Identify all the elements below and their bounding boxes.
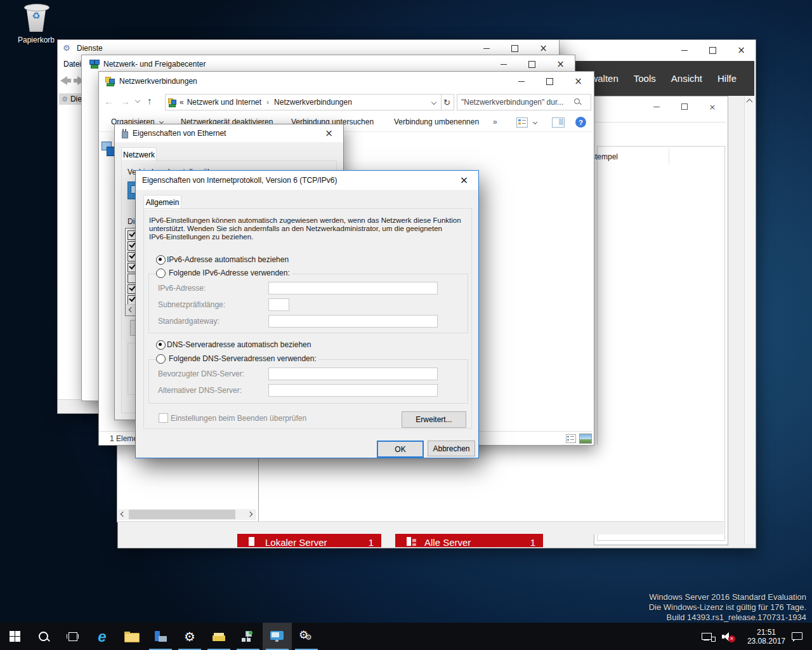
tile-alle-server[interactable]: Alle Server 1 bbox=[395, 534, 543, 547]
alternate-dns-label: Alternativer DNS-Server: bbox=[158, 386, 242, 395]
scrollbar-thumb[interactable] bbox=[129, 510, 235, 519]
validate-settings-label: Einstellungen beim Beenden überprüfen bbox=[171, 414, 306, 423]
views-icon[interactable] bbox=[516, 117, 528, 128]
radio-manual-ipv6-label[interactable]: Folgende IPv6-Adresse verwenden: bbox=[167, 269, 292, 277]
control-panel-button[interactable] bbox=[263, 623, 292, 650]
close-button[interactable]: × bbox=[315, 124, 343, 142]
radio-manual-dns-label[interactable]: Folgende DNS-Serveradressen verwenden: bbox=[167, 354, 318, 363]
gear-icon: ⚙ bbox=[62, 95, 68, 103]
settings-button[interactable]: ⚙ bbox=[175, 623, 204, 650]
maximize-button[interactable] bbox=[535, 72, 564, 91]
ok-button[interactable]: OK bbox=[377, 441, 424, 458]
cancel-button[interactable]: Abbrechen bbox=[428, 441, 475, 456]
menu-datei[interactable]: Datei bbox=[63, 60, 81, 69]
window-title: Netzwerk- und Freigabecenter bbox=[103, 60, 206, 69]
address-bar[interactable]: « Netzwerk und Internet › Netzwerkverbin… bbox=[165, 94, 442, 110]
server-manager-icon bbox=[154, 631, 167, 642]
file-explorer-button[interactable] bbox=[117, 623, 146, 650]
breadcrumb-current[interactable]: Netzwerkverbindungen bbox=[274, 98, 352, 107]
tray-action-center-icon[interactable] bbox=[792, 632, 803, 642]
address-location-icon bbox=[168, 98, 177, 106]
watermark-line: Die Windows-Lizenz ist gültig für 176 Ta… bbox=[649, 602, 806, 613]
tab-allgemein[interactable]: Allgemein bbox=[143, 195, 181, 209]
menu-ansicht[interactable]: Ansicht bbox=[671, 73, 702, 84]
internet-explorer-button[interactable]: e bbox=[88, 623, 117, 650]
close-button[interactable]: × bbox=[564, 72, 593, 91]
forward-arrow-icon[interactable]: → bbox=[121, 96, 130, 107]
close-icon: × bbox=[709, 103, 716, 111]
close-icon: × bbox=[574, 77, 582, 86]
refresh-button[interactable]: ↻ bbox=[440, 94, 454, 110]
tab-netzwerk[interactable]: Netzwerk bbox=[121, 147, 157, 162]
vertical-scrollbar[interactable] bbox=[744, 96, 755, 544]
control-panel-icon bbox=[270, 631, 284, 642]
views-caret-icon[interactable] bbox=[533, 120, 537, 124]
up-arrow-icon[interactable]: ↑ bbox=[147, 95, 152, 106]
minimize-button[interactable] bbox=[643, 98, 671, 115]
column-divider[interactable] bbox=[669, 148, 669, 164]
server-manager-button[interactable] bbox=[146, 623, 175, 650]
tray-clock[interactable]: 21:51 23.08.2017 bbox=[747, 628, 785, 646]
thumbnail-view-icon[interactable] bbox=[579, 434, 592, 444]
preview-pane-icon[interactable] bbox=[552, 117, 565, 128]
close-button[interactable]: × bbox=[727, 40, 756, 61]
menu-tools[interactable]: Tools bbox=[634, 73, 656, 84]
maximize-icon bbox=[511, 45, 518, 52]
radio-manual-ipv6[interactable] bbox=[156, 269, 166, 278]
maximize-button[interactable] bbox=[518, 55, 546, 73]
network-tree-icon bbox=[242, 631, 254, 642]
search-box[interactable]: "Netzwerkverbindungen" dur... bbox=[457, 94, 591, 110]
advanced-button[interactable]: Erweitert... bbox=[402, 411, 466, 428]
window-title: Dienste bbox=[77, 44, 103, 53]
help-icon[interactable]: ? bbox=[575, 117, 586, 128]
search-icon[interactable] bbox=[574, 98, 582, 106]
radio-auto-dns-label[interactable]: DNS-Serveradresse automatisch beziehen bbox=[167, 340, 311, 349]
minimize-icon bbox=[681, 50, 688, 51]
radio-auto-dns[interactable] bbox=[156, 340, 166, 350]
breadcrumb-parent[interactable]: Netzwerk und Internet bbox=[187, 98, 261, 107]
minimize-button[interactable] bbox=[507, 72, 535, 91]
services-button[interactable]: ⚙ ⚙ bbox=[292, 623, 321, 650]
back-icon[interactable] bbox=[60, 76, 67, 85]
scroll-left-icon[interactable] bbox=[129, 307, 134, 312]
close-button[interactable]: × bbox=[698, 98, 726, 115]
minimize-button[interactable] bbox=[489, 55, 518, 73]
minimize-icon bbox=[518, 81, 525, 82]
rename-command[interactable]: Verbindung umbenennen bbox=[394, 117, 479, 126]
minimize-icon bbox=[501, 64, 507, 65]
breadcrumb-prefix: « bbox=[180, 98, 184, 107]
preferred-dns-field bbox=[268, 368, 438, 380]
recycle-bin-shortcut[interactable]: ♻ Papierkorb bbox=[9, 4, 63, 48]
scroll-right-icon[interactable] bbox=[247, 512, 252, 517]
taskbar-search-button[interactable] bbox=[29, 623, 58, 650]
radio-manual-dns[interactable] bbox=[156, 354, 166, 364]
scroll-left-icon[interactable] bbox=[121, 512, 126, 517]
search-icon bbox=[38, 631, 49, 642]
minimize-button[interactable] bbox=[670, 40, 698, 61]
address-dropdown-icon[interactable] bbox=[431, 100, 436, 105]
horizontal-scrollbar[interactable] bbox=[118, 509, 256, 520]
radio-auto-ipv6[interactable] bbox=[156, 255, 166, 265]
menu-hilfe[interactable]: Hilfe bbox=[717, 73, 737, 84]
search-input-text[interactable]: "Netzwerkverbindungen" dur... bbox=[461, 98, 574, 107]
maximize-button[interactable] bbox=[698, 40, 727, 61]
close-button[interactable]: × bbox=[546, 55, 575, 73]
maximize-button[interactable] bbox=[671, 98, 698, 115]
network-devices-button[interactable] bbox=[233, 623, 263, 650]
back-arrow-icon[interactable]: ← bbox=[104, 96, 114, 107]
scroll-up-icon[interactable] bbox=[747, 99, 753, 105]
list-view-icon[interactable] bbox=[566, 434, 576, 443]
task-view-button[interactable] bbox=[58, 623, 88, 650]
library-button[interactable] bbox=[204, 623, 233, 650]
settings-gear-icon: ⚙ bbox=[184, 630, 195, 643]
tile-lokaler-server[interactable]: Lokaler Server 1 bbox=[237, 534, 381, 547]
more-commands-chevron[interactable]: » bbox=[493, 117, 497, 126]
start-button[interactable] bbox=[0, 623, 29, 650]
radio-auto-ipv6-label[interactable]: IPv6-Adresse automatisch beziehen bbox=[167, 255, 289, 264]
recycle-bin-icon: ♻ bbox=[9, 4, 63, 36]
tray-volume-muted-icon[interactable]: × bbox=[722, 632, 736, 642]
minimize-icon bbox=[483, 48, 490, 49]
tray-network-icon[interactable] bbox=[702, 632, 714, 642]
close-button[interactable]: × bbox=[450, 171, 478, 190]
recent-pages-chevron-icon[interactable] bbox=[135, 98, 140, 103]
